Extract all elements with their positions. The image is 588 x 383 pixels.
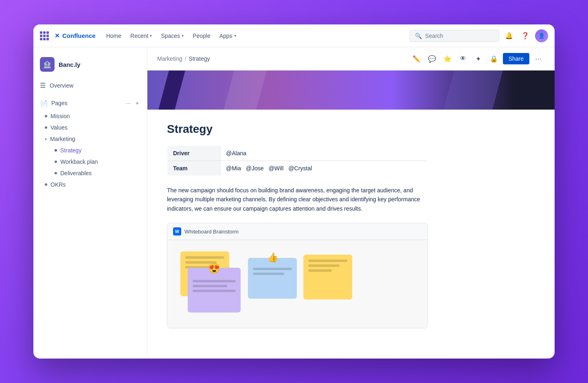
lock-button[interactable]: 🔒 bbox=[487, 52, 500, 65]
bullet-icon bbox=[55, 149, 57, 152]
bullet-icon bbox=[45, 126, 47, 129]
logo-text: Confluence bbox=[62, 32, 96, 39]
note-stack-3 bbox=[303, 255, 352, 299]
sidebar-item-mission[interactable]: Mission bbox=[33, 110, 147, 122]
topnav-right: 🔍 Search 🔔 ❓ 👤 bbox=[410, 29, 548, 42]
sparkle-button[interactable]: ✦ bbox=[472, 52, 485, 65]
nav-spaces[interactable]: Spaces ▾ bbox=[157, 30, 188, 42]
page-title: Strategy bbox=[167, 123, 494, 136]
grid-icon[interactable] bbox=[40, 31, 49, 40]
note-stack-1: 😍 bbox=[180, 251, 241, 317]
banner-decoration-2 bbox=[224, 70, 267, 110]
page-description: The new campaign should focus on buildin… bbox=[167, 186, 436, 213]
share-button[interactable]: Share bbox=[503, 53, 529, 64]
page-banner bbox=[147, 70, 555, 110]
nav-people[interactable]: People bbox=[189, 30, 215, 42]
sidebar-group-marketing: ▾ Marketing Strategy Workback plan Deliv… bbox=[33, 133, 147, 179]
space-header: 🏦 Banc.ly bbox=[33, 54, 147, 78]
sidebar-item-workback[interactable]: Workback plan bbox=[33, 156, 147, 167]
whiteboard-header: W Whiteboard Brainstorm bbox=[167, 223, 427, 240]
sticky-line bbox=[308, 264, 340, 267]
sidebar-item-okrs[interactable]: OKRs bbox=[33, 179, 147, 190]
sidebar-pages-section: 📄 Pages ··· + Mission Values bbox=[33, 96, 147, 190]
sticky-line bbox=[185, 256, 224, 259]
whiteboard-card: W Whiteboard Brainstorm bbox=[167, 223, 428, 328]
emoji-hearts: 😍 bbox=[208, 263, 220, 274]
nav-recent[interactable]: Recent ▾ bbox=[126, 30, 156, 42]
team-member-crystal: @Crystal bbox=[288, 165, 312, 172]
driver-value: @Alana bbox=[220, 146, 428, 161]
toolbar-actions: ✏️ 💬 ⭐ 👁 ✦ 🔒 Share ⋯ bbox=[410, 52, 545, 65]
search-icon: 🔍 bbox=[415, 33, 422, 39]
star-button[interactable]: ⭐ bbox=[441, 52, 454, 65]
chevron-down-icon: ▾ bbox=[150, 33, 152, 38]
team-member-jose: @Jose bbox=[246, 165, 264, 172]
team-members: @Mia @Jose @Will @Crystal bbox=[226, 165, 421, 172]
sticky-line bbox=[253, 268, 292, 270]
edit-button[interactable]: ✏️ bbox=[410, 52, 423, 65]
team-member-mia: @Mia bbox=[226, 165, 241, 172]
sidebar-item-strategy[interactable]: Strategy bbox=[33, 145, 147, 156]
topnav: ✕ Confluence Home Recent ▾ Spaces ▾ Peop… bbox=[33, 24, 555, 47]
team-value: @Mia @Jose @Will @Crystal bbox=[220, 161, 428, 176]
sticky-line bbox=[308, 269, 332, 272]
info-table: Driver @Alana Team @Mia @Jose @Will @Cry… bbox=[167, 145, 428, 176]
notifications-button[interactable]: 🔔 bbox=[502, 29, 516, 42]
banner-decoration-1 bbox=[158, 70, 185, 110]
chevron-down-icon: ▾ bbox=[234, 33, 236, 38]
space-icon: 🏦 bbox=[40, 57, 55, 72]
whiteboard-title: Whiteboard Brainstorm bbox=[184, 229, 239, 235]
sidebar-item-deliverables[interactable]: Deliverables bbox=[33, 167, 147, 179]
page-toolbar: Marketing / Strategy ✏️ 💬 ⭐ 👁 ✦ 🔒 Share … bbox=[147, 47, 555, 70]
search-box[interactable]: 🔍 Search bbox=[410, 30, 499, 42]
nav-apps[interactable]: Apps ▾ bbox=[215, 30, 240, 42]
avatar-image: 👤 bbox=[535, 29, 548, 42]
emoji-thumbs-up: 👍 bbox=[267, 252, 278, 263]
breadcrumb-parent[interactable]: Marketing bbox=[157, 55, 182, 62]
bullet-icon bbox=[45, 183, 47, 186]
driver-label: Driver bbox=[167, 146, 220, 161]
table-row: Driver @Alana bbox=[167, 146, 428, 161]
breadcrumb: Marketing / Strategy bbox=[157, 55, 210, 62]
sticky-note-yellow-2 bbox=[303, 255, 352, 299]
nav-home[interactable]: Home bbox=[102, 30, 125, 42]
team-label: Team bbox=[167, 161, 220, 176]
avatar[interactable]: 👤 bbox=[535, 29, 548, 42]
sticky-line bbox=[253, 273, 284, 275]
sidebar-overview[interactable]: ☰ Overview bbox=[33, 78, 147, 92]
sticky-notes-container: 😍 👍 bbox=[177, 248, 355, 320]
sidebar-group-marketing-header[interactable]: ▾ Marketing bbox=[33, 133, 147, 145]
sticky-note-purple: 😍 bbox=[188, 268, 241, 313]
app-logo[interactable]: ✕ Confluence bbox=[40, 31, 96, 40]
chevron-down-icon: ▾ bbox=[45, 137, 47, 141]
sticky-note-blue: 👍 bbox=[248, 258, 297, 299]
pages-more-button[interactable]: ··· bbox=[124, 99, 132, 107]
nav-links: Home Recent ▾ Spaces ▾ People Apps ▾ bbox=[102, 30, 408, 42]
view-button[interactable]: 👁 bbox=[456, 52, 470, 65]
team-member-will: @Will bbox=[269, 165, 284, 172]
table-row: Team @Mia @Jose @Will @Crystal bbox=[167, 161, 428, 176]
chevron-down-icon: ▾ bbox=[182, 33, 184, 38]
sticky-line bbox=[308, 260, 347, 262]
sidebar-item-values[interactable]: Values bbox=[33, 122, 147, 133]
sticky-line bbox=[193, 285, 227, 287]
bullet-icon bbox=[45, 115, 47, 117]
logo-x: ✕ bbox=[55, 32, 60, 40]
sticky-line bbox=[193, 290, 236, 292]
note-stack-2: 👍 bbox=[248, 258, 297, 299]
pages-actions: ··· + bbox=[124, 99, 140, 107]
pages-header[interactable]: 📄 Pages ··· + bbox=[33, 96, 147, 110]
whiteboard-body: 😍 👍 bbox=[167, 240, 427, 328]
help-button[interactable]: ❓ bbox=[519, 29, 532, 42]
pages-add-button[interactable]: + bbox=[134, 99, 140, 107]
banner-decoration-3 bbox=[443, 70, 503, 110]
breadcrumb-current: Strategy bbox=[189, 55, 210, 62]
sticky-line bbox=[193, 280, 236, 282]
page-body: Strategy Driver @Alana Team @Mia bbox=[147, 110, 514, 341]
bullet-icon bbox=[55, 172, 57, 174]
comment-button[interactable]: 💬 bbox=[426, 52, 439, 65]
more-button[interactable]: ⋯ bbox=[532, 52, 545, 65]
browser-window: ✕ Confluence Home Recent ▾ Spaces ▾ Peop… bbox=[33, 24, 555, 359]
main-layout: 🏦 Banc.ly ☰ Overview 📄 Pages ··· + bbox=[33, 47, 555, 357]
overview-icon: ☰ bbox=[40, 81, 46, 89]
